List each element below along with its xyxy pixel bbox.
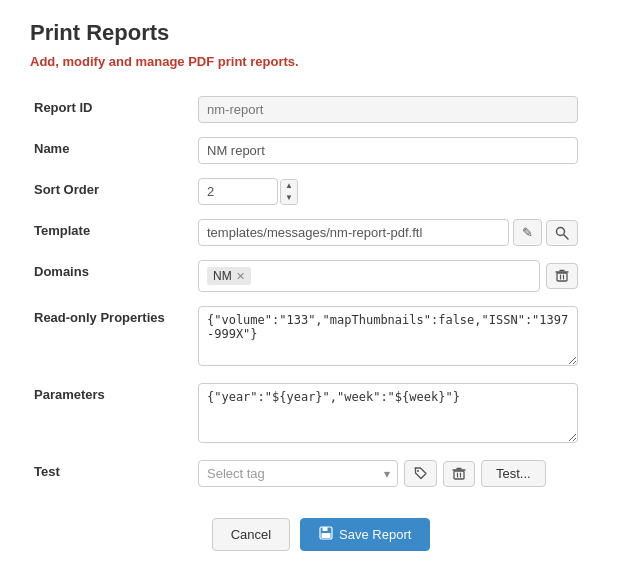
sort-order-down[interactable]: ▼ [281,192,297,204]
search-icon [555,226,569,240]
domains-label: Domains [30,253,190,299]
template-search-button[interactable] [546,220,578,246]
save-label: Save Report [339,527,411,542]
report-id-row: Report ID [30,89,612,130]
tag-button[interactable] [404,460,437,487]
template-edit-button[interactable]: ✎ [513,219,542,246]
sort-order-label: Sort Order [30,171,190,212]
test-button[interactable]: Test... [481,460,546,487]
readonly-props-row: Read-only Properties {"volume":"133","ma… [30,299,612,376]
save-button[interactable]: Save Report [300,518,430,551]
template-row: Template ✎ [30,212,612,253]
parameters-label: Parameters [30,376,190,453]
sort-order-row: Sort Order ▲ ▼ [30,171,612,212]
domain-tag-nm: NM ✕ [207,267,251,285]
name-input[interactable] [198,137,578,164]
test-delete-button[interactable] [443,461,475,487]
parameters-row: Parameters {"year":"${year}","week":"${w… [30,376,612,453]
cancel-button[interactable]: Cancel [212,518,290,551]
delete-icon-2 [452,467,466,481]
template-label: Template [30,212,190,253]
domain-tag-nm-label: NM [213,269,232,283]
select-tag-wrapper: Select tag [198,460,398,487]
sort-order-up[interactable]: ▲ [281,180,297,192]
readonly-props-label: Read-only Properties [30,299,190,376]
select-tag-dropdown[interactable]: Select tag [198,460,398,487]
sort-order-spinner[interactable]: ▲ ▼ [280,179,298,205]
sort-order-input[interactable] [198,178,278,205]
test-label: Test [30,453,190,494]
template-input[interactable] [198,219,509,246]
page-title: Print Reports [30,20,612,46]
svg-rect-15 [322,533,331,538]
readonly-props-input[interactable]: {"volume":"133","mapThumbnails":false,"I… [198,306,578,366]
svg-point-7 [417,470,419,472]
domains-delete-button[interactable] [546,263,578,289]
parameters-input[interactable]: {"year":"${year}","week":"${week}"} [198,383,578,443]
tag-icon [413,466,428,481]
name-row: Name [30,130,612,171]
page-subtitle: Add, modify and manage PDF print reports… [30,54,612,69]
report-id-label: Report ID [30,89,190,130]
svg-line-1 [564,234,568,238]
svg-rect-8 [454,471,464,479]
save-icon [319,526,333,543]
test-row: Test Select tag [30,453,612,494]
svg-rect-14 [323,527,328,531]
domains-tags-container: NM ✕ [198,260,540,292]
domain-tag-nm-remove[interactable]: ✕ [236,271,245,282]
report-id-input [198,96,578,123]
name-label: Name [30,130,190,171]
footer-buttons: Cancel Save Report [30,518,612,551]
svg-rect-2 [557,273,567,281]
delete-icon [555,269,569,283]
domains-row: Domains NM ✕ [30,253,612,299]
form: Report ID Name Sort Order ▲ ▼ Template [30,89,612,494]
